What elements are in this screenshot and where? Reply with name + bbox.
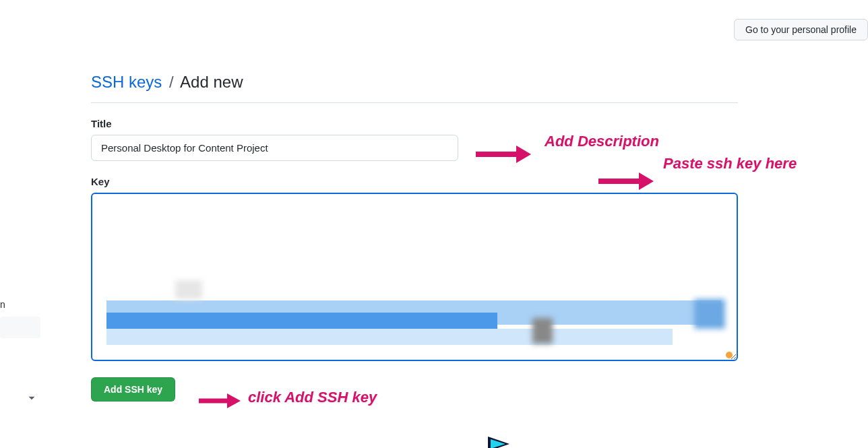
add-ssh-key-button[interactable]: Add SSH key <box>91 377 175 402</box>
annotation-add-description: Add Description <box>545 133 659 150</box>
breadcrumb-current: Add new <box>180 73 243 91</box>
chevron-down-icon[interactable] <box>26 392 38 404</box>
breadcrumb-parent-link[interactable]: SSH keys <box>91 73 162 91</box>
go-to-profile-button[interactable]: Go to your personal profile <box>734 19 868 40</box>
arrow-icon <box>197 391 241 411</box>
annotation-click-add: click Add SSH key <box>248 389 377 406</box>
sidebar-item-active-partial[interactable] <box>0 317 40 338</box>
title-input[interactable] <box>91 135 458 161</box>
breadcrumb: SSH keys / Add new <box>91 73 738 103</box>
annotation-paste-key: Paste ssh key here <box>663 154 797 174</box>
sidebar-item-label-partial: n <box>0 299 5 310</box>
key-form-group: Key <box>91 176 738 364</box>
key-textarea[interactable] <box>91 193 738 361</box>
arrow-icon <box>597 170 654 193</box>
watermark-icon <box>485 434 512 448</box>
title-label: Title <box>91 118 738 129</box>
arrow-icon <box>474 143 531 166</box>
main-content: SSH keys / Add new Title Key Add SSH key <box>91 73 738 402</box>
breadcrumb-separator: / <box>169 73 174 91</box>
